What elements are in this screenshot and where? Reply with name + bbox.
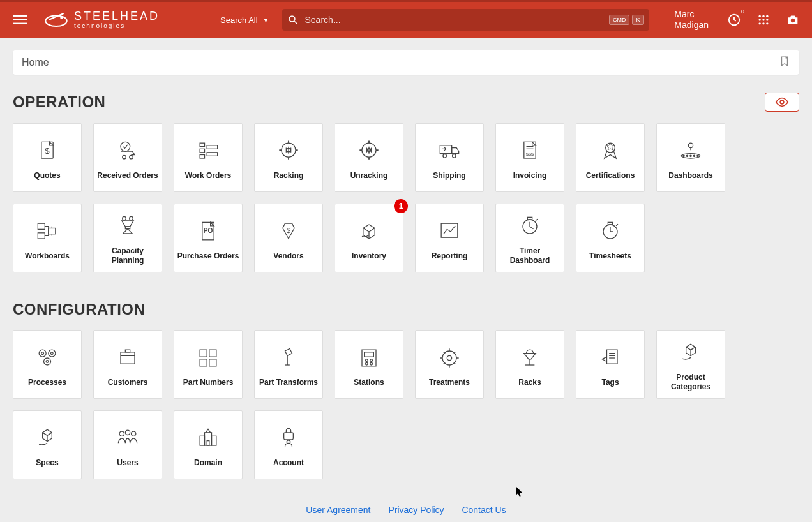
breadcrumb-text: Home: [22, 57, 49, 68]
tile-quotes[interactable]: Quotes: [13, 123, 82, 192]
tile-label: Users: [117, 458, 138, 468]
treatments-icon: [418, 342, 481, 374]
inventory-icon: [338, 216, 400, 248]
hamburger-menu-icon[interactable]: [11, 11, 29, 29]
svg-point-12: [762, 19, 764, 20]
tile-vendors[interactable]: Vendors: [254, 204, 323, 272]
tile-part-transforms[interactable]: Part Transforms: [254, 330, 323, 399]
tile-specs[interactable]: Specs: [13, 410, 82, 479]
transforms-icon: [257, 342, 320, 374]
topbar: STEELHEAD technologies Search All ▼ CMD …: [0, 0, 812, 38]
tile-treatments[interactable]: Treatments: [415, 330, 484, 399]
kbd-k: K: [632, 15, 643, 25]
apps-grid-icon[interactable]: [756, 12, 771, 27]
brand-logo[interactable]: STEELHEAD technologies: [43, 7, 160, 33]
svg-line-6: [294, 21, 297, 24]
svg-point-11: [759, 19, 761, 20]
unracking-icon: [338, 135, 400, 167]
users-icon: [96, 422, 159, 454]
privacy-policy-link[interactable]: Privacy Policy: [388, 505, 444, 515]
specs-icon: [16, 422, 79, 454]
tile-reporting[interactable]: Reporting: [415, 204, 484, 272]
tile-customers[interactable]: Customers: [93, 330, 162, 399]
tile-label: Stations: [354, 378, 384, 387]
clock-badge: 0: [741, 8, 744, 15]
tile-domain[interactable]: Domain: [174, 410, 243, 479]
clock-icon[interactable]: 0: [726, 12, 742, 27]
tile-label: Reporting: [432, 251, 468, 261]
configuration-section-head: CONFIGURATION: [13, 301, 799, 318]
main-content: Home OPERATION QuotesReceived OrdersWork…: [0, 38, 812, 522]
search-scope-dropdown[interactable]: Search All ▼: [220, 15, 269, 25]
timerdash-icon: [499, 211, 561, 242]
tile-part-numbers[interactable]: Part Numbers: [174, 330, 243, 399]
tile-label: Customers: [108, 378, 148, 387]
tile-certifications[interactable]: Certifications: [576, 123, 645, 192]
svg-point-17: [791, 19, 795, 22]
received-icon: [96, 135, 159, 167]
camera-icon[interactable]: [785, 12, 801, 27]
reporting-icon: [418, 216, 481, 248]
tile-label: Processes: [28, 378, 66, 387]
tile-unracking[interactable]: Unracking: [335, 123, 403, 192]
processes-icon: [16, 342, 79, 374]
tile-users[interactable]: Users: [93, 410, 162, 479]
tile-label: Vendors: [273, 251, 303, 261]
bookmark-icon[interactable]: [779, 56, 790, 70]
tile-stations[interactable]: Stations: [335, 330, 403, 399]
svg-point-16: [766, 22, 768, 24]
search-input[interactable]: [305, 15, 609, 25]
search-box[interactable]: CMD K: [282, 9, 649, 31]
svg-rect-0: [13, 15, 27, 17]
tile-label: Purchase Orders: [177, 251, 239, 261]
user-name[interactable]: Marc Madigan: [674, 9, 709, 31]
tile-received-orders[interactable]: Received Orders: [93, 123, 162, 192]
tile-invoicing[interactable]: Invoicing: [495, 123, 564, 192]
tile-label: Certifications: [586, 171, 635, 181]
logo-icon: [43, 7, 69, 33]
tile-dashboards[interactable]: Dashboards: [656, 123, 725, 192]
tile-label: Quotes: [34, 171, 60, 181]
tile-racks[interactable]: Racks: [495, 330, 564, 399]
tile-label: Work Orders: [185, 171, 231, 181]
tile-shipping[interactable]: Shipping: [415, 123, 484, 192]
shipping-icon: [418, 135, 481, 167]
tile-processes[interactable]: Processes: [13, 330, 82, 399]
dashboards-icon: [659, 135, 722, 167]
tile-timer-dashboard[interactable]: Timer Dashboard: [495, 204, 564, 272]
po-icon: [177, 216, 239, 248]
svg-rect-2: [13, 23, 27, 24]
svg-point-10: [766, 15, 768, 17]
tile-label: Unracking: [350, 171, 388, 181]
user-agreement-link[interactable]: User Agreement: [306, 505, 370, 515]
vendors-icon: [257, 216, 320, 248]
tile-label: Shipping: [433, 171, 465, 181]
tile-racking[interactable]: Racking: [254, 123, 323, 192]
tile-work-orders[interactable]: Work Orders: [174, 123, 243, 192]
brand-name: STEELHEAD: [74, 10, 160, 22]
operation-grid: QuotesReceived OrdersWork OrdersRackingU…: [13, 123, 799, 272]
tile-inventory[interactable]: 1Inventory: [335, 204, 403, 272]
tile-product-categories[interactable]: Product Categories: [656, 330, 725, 399]
tile-label: Dashboards: [668, 171, 712, 181]
tile-timesheets[interactable]: Timesheets: [576, 204, 645, 272]
configuration-grid: ProcessesCustomersPart NumbersPart Trans…: [13, 330, 799, 479]
tile-label: Racking: [274, 171, 304, 181]
tile-workboards[interactable]: Workboards: [13, 204, 82, 272]
visibility-toggle-button[interactable]: [765, 93, 799, 112]
tile-capacity-planning[interactable]: Capacity Planning: [93, 204, 162, 272]
categories-icon: [659, 337, 722, 369]
tile-label: Part Transforms: [259, 378, 318, 387]
tile-account[interactable]: Account: [254, 410, 323, 479]
tile-purchase-orders[interactable]: Purchase Orders: [174, 204, 243, 272]
tile-label: Racks: [518, 378, 541, 387]
tile-tags[interactable]: Tags: [576, 330, 645, 399]
capacity-icon: [96, 211, 159, 242]
search-scope-label: Search All: [220, 15, 258, 25]
tile-label: Workboards: [25, 251, 70, 261]
breadcrumb-bar: Home: [13, 50, 799, 75]
contact-us-link[interactable]: Contact Us: [462, 505, 506, 515]
svg-point-15: [762, 22, 764, 24]
brand-sub: technologies: [74, 23, 160, 29]
tile-label: Part Numbers: [183, 378, 234, 387]
